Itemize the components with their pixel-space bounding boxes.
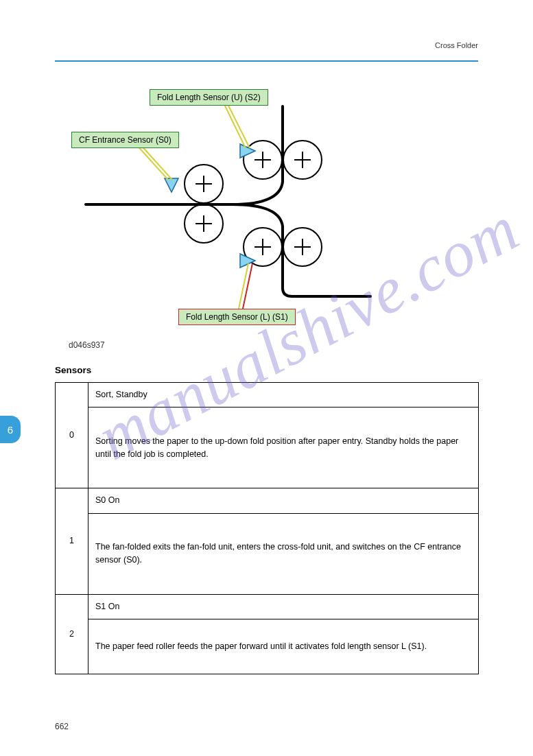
header-rule: [55, 60, 478, 62]
step-number: 2: [56, 594, 88, 674]
step-detail: Sorting moves the paper to the up-down f…: [88, 407, 479, 488]
figure-id: d046s937: [69, 340, 105, 350]
step-number: 0: [56, 383, 88, 488]
svg-marker-20: [240, 144, 255, 158]
table-row: 1 S0 On: [56, 488, 479, 513]
sensors-heading: Sensors: [55, 365, 478, 375]
table-row: 0 Sort, Standby: [56, 383, 479, 407]
step-title: S0 On: [88, 488, 479, 513]
step-number: 1: [56, 488, 88, 594]
table-row: The fan-folded exits the fan-fold unit, …: [56, 513, 479, 594]
svg-line-25: [140, 144, 172, 180]
svg-line-22: [223, 102, 246, 148]
page-number: 662: [55, 722, 69, 731]
step-title: Sort, Standby: [88, 383, 479, 407]
step-title: S1 On: [88, 594, 479, 619]
header-section-title: Cross Folder: [435, 41, 478, 49]
diagram-figure: Fold Length Sensor (U) (S2) CF Entrance …: [62, 82, 446, 350]
svg-line-23: [226, 102, 250, 148]
callout-lower-sensor: Fold Length Sensor (L) (S1): [178, 309, 296, 325]
callout-upper-sensor: Fold Length Sensor (U) (S2): [150, 89, 268, 106]
side-tab: 6: [0, 416, 21, 443]
svg-line-27: [243, 263, 252, 309]
svg-marker-19: [165, 178, 178, 192]
table-row: Sorting moves the paper to the up-down f…: [56, 407, 479, 488]
callout-entrance-sensor: CF Entrance Sensor (S0): [71, 132, 179, 148]
table-row: 2 S1 On: [56, 594, 479, 619]
step-detail: The fan-folded exits the fan-fold unit, …: [88, 513, 479, 594]
steps-table: 0 Sort, Standby Sorting moves the paper …: [55, 382, 479, 674]
table-row: The paper feed roller feeds the paper fo…: [56, 619, 479, 674]
svg-line-26: [239, 263, 248, 309]
svg-line-24: [136, 144, 168, 180]
step-detail: The paper feed roller feeds the paper fo…: [88, 619, 479, 674]
